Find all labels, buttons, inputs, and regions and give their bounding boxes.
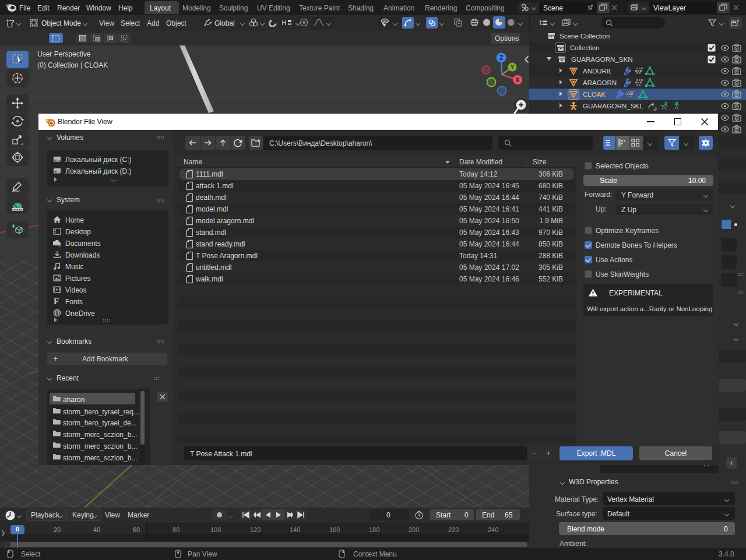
svg-text:X: X bbox=[515, 76, 520, 83]
svg-text:Y: Y bbox=[511, 64, 515, 71]
svg-text:Z: Z bbox=[499, 54, 504, 61]
